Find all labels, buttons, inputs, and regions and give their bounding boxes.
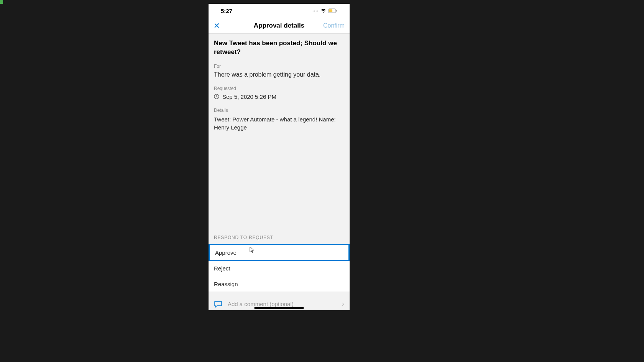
wifi-icon xyxy=(320,8,326,13)
status-bar: 5:27 ●●●● xyxy=(209,4,350,18)
svg-rect-1 xyxy=(329,9,332,12)
home-indicator[interactable] xyxy=(254,307,304,309)
comment-icon xyxy=(214,301,222,308)
cellular-dots-icon: ●●●● xyxy=(312,10,319,12)
reassign-option[interactable]: Reassign xyxy=(209,276,350,292)
battery-icon xyxy=(328,8,337,13)
status-time: 5:27 xyxy=(221,8,232,14)
requested-value: Sep 5, 2020 5:26 PM xyxy=(222,93,276,100)
requested-label: Requested xyxy=(214,86,344,91)
comment-input[interactable]: Add a comment (optional) xyxy=(228,301,337,307)
approval-title: New Tweet has been posted; Should we ret… xyxy=(214,39,344,57)
phone-frame: 5:27 ●●●● ✕ Approval details Confirm New… xyxy=(209,4,350,310)
approve-option[interactable]: Approve xyxy=(209,244,350,261)
content-area: New Tweet has been posted; Should we ret… xyxy=(209,34,350,310)
details-label: Details xyxy=(214,108,344,113)
reject-option[interactable]: Reject xyxy=(209,261,350,276)
for-label: For xyxy=(214,64,344,69)
chevron-right-icon: › xyxy=(342,300,344,308)
green-marker xyxy=(0,0,3,4)
clock-icon xyxy=(214,94,219,99)
respond-label: RESPOND TO REQUEST xyxy=(209,235,350,244)
nav-bar: ✕ Approval details Confirm xyxy=(209,18,350,34)
main-section: New Tweet has been posted; Should we ret… xyxy=(209,34,350,131)
page-title: Approval details xyxy=(254,22,304,29)
bottom-section: RESPOND TO REQUEST Approve Reject Reassi… xyxy=(209,235,350,310)
details-value: Tweet: Power Automate - what a legend! N… xyxy=(214,115,344,131)
status-right: ●●●● xyxy=(312,8,337,13)
svg-rect-2 xyxy=(336,10,337,12)
close-icon[interactable]: ✕ xyxy=(214,22,220,29)
option-list: Approve Reject Reassign xyxy=(209,244,350,292)
for-value: There was a problem getting your data. xyxy=(214,71,344,78)
requested-row: Sep 5, 2020 5:26 PM xyxy=(214,93,344,100)
confirm-button[interactable]: Confirm xyxy=(323,22,345,29)
